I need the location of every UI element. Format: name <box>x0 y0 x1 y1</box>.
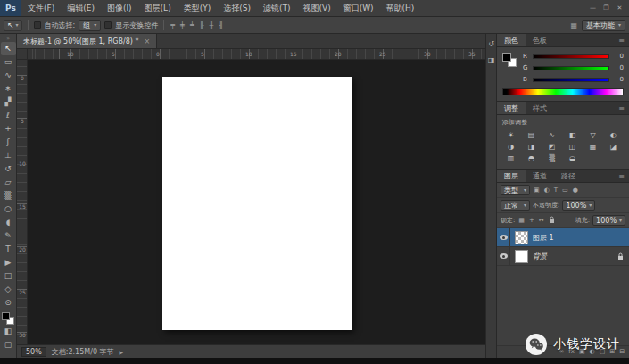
lock-all-icon[interactable] <box>548 216 556 226</box>
opacity-field[interactable]: 100% ▾ <box>562 200 595 211</box>
exposure-icon[interactable]: ◧ <box>562 129 583 141</box>
align-bottom-edges-icon[interactable]: ╧ <box>189 21 195 29</box>
red-value[interactable]: 0 <box>613 53 624 60</box>
tool-preset-dropdown[interactable]: ↖ ▾ <box>4 20 22 31</box>
lock-position-icon[interactable]: ↔ <box>538 218 545 224</box>
green-value[interactable]: 0 <box>613 64 624 71</box>
menu-item-help[interactable]: 帮助(H) <box>380 0 421 16</box>
layer-thumbnail[interactable] <box>515 250 528 263</box>
tab-channels[interactable]: 通道 <box>526 170 554 182</box>
menu-item-view[interactable]: 视图(V) <box>296 0 336 16</box>
tab-styles[interactable]: 样式 <box>526 102 554 114</box>
pen-tool[interactable]: ✎ <box>1 229 16 243</box>
vertical-ruler[interactable]: 0 5 10 15 20 25 30 <box>17 60 28 344</box>
menu-item-type[interactable]: 类型(Y) <box>178 0 218 16</box>
path-selection-tool[interactable]: ▶ <box>1 256 16 269</box>
gradient-map-icon[interactable]: ▒ <box>542 153 562 164</box>
smart-object-filter-icon[interactable]: ● <box>572 187 579 194</box>
foreground-color-swatch[interactable] <box>2 312 10 320</box>
menu-item-filter[interactable]: 滤镜(T) <box>257 0 297 16</box>
tab-paths[interactable]: 路径 <box>554 170 583 182</box>
lock-transparent-pixels-icon[interactable]: ▦ <box>517 218 526 224</box>
blend-mode-dropdown[interactable]: 正常 ▾ <box>501 200 530 211</box>
color-panel-swatches[interactable] <box>502 53 517 67</box>
layer-name[interactable]: 背景 <box>533 252 547 261</box>
horizontal-ruler[interactable]: 10 5 0 5 10 15 20 25 30 35 <box>28 49 485 60</box>
panel-menu-icon[interactable]: ≡ <box>614 170 629 182</box>
auto-select-target-dropdown[interactable]: 组 ▾ <box>79 20 101 31</box>
show-transform-checkbox[interactable] <box>104 21 112 29</box>
layer-filter-type-dropdown[interactable]: 类型 ▾ <box>501 185 530 195</box>
quick-mask-icon[interactable]: ◧ <box>1 325 16 338</box>
layer-row-layer-1[interactable]: 图层 1 <box>497 228 629 247</box>
levels-icon[interactable]: ▤ <box>521 129 542 141</box>
layer-name[interactable]: 图层 1 <box>533 233 554 243</box>
pixel-layer-filter-icon[interactable]: ▣ <box>533 187 541 194</box>
document-canvas[interactable] <box>162 77 352 330</box>
adjustment-layer-filter-icon[interactable]: ◐ <box>543 187 550 194</box>
menu-item-file[interactable]: 文件(F) <box>21 0 61 16</box>
color-balance-icon[interactable]: ◑ <box>501 141 521 153</box>
fill-field[interactable]: 100% ▾ <box>592 215 625 226</box>
blur-tool[interactable]: ○ <box>1 203 16 216</box>
brightness-contrast-icon[interactable]: ☀ <box>501 129 521 141</box>
workspace-switcher-icon[interactable]: ▦ <box>569 21 578 29</box>
restore-button[interactable]: ❐ <box>600 4 612 12</box>
lasso-tool[interactable]: ∿ <box>1 69 16 82</box>
screen-mode-icon[interactable]: ▢ <box>1 338 16 352</box>
crop-tool[interactable]: ▞ <box>1 95 16 109</box>
tab-adjustments[interactable]: 调整 <box>497 102 526 114</box>
align-vertical-centers-icon[interactable]: ╪ <box>179 21 186 29</box>
layer-thumbnail[interactable] <box>515 231 528 244</box>
brush-tool[interactable]: ʃ <box>1 136 16 149</box>
zoom-tool[interactable]: ⊙ <box>1 296 16 310</box>
blue-value[interactable]: 0 <box>613 76 624 83</box>
curves-icon[interactable]: ∿ <box>542 129 562 141</box>
menu-item-layer[interactable]: 图层(L) <box>138 0 178 16</box>
align-left-edges-icon[interactable]: ╟ <box>199 21 205 29</box>
background-lock-icon[interactable] <box>617 252 624 261</box>
rectangular-marquee-tool[interactable]: ▭ <box>1 55 16 69</box>
status-popup-arrow[interactable]: ▶ <box>120 349 124 355</box>
close-button[interactable]: ✕ <box>614 4 625 12</box>
move-tool[interactable]: ↖ <box>1 42 16 55</box>
lock-image-pixels-icon[interactable]: + <box>528 218 535 224</box>
history-brush-tool[interactable]: ↺ <box>1 162 16 176</box>
black-white-icon[interactable]: ◨ <box>521 141 542 153</box>
posterize-icon[interactable]: ▥ <box>501 153 521 164</box>
menu-item-select[interactable]: 选择(S) <box>217 0 257 16</box>
align-horizontal-centers-icon[interactable]: ╫ <box>209 21 215 29</box>
layer-row-background[interactable]: 背景 <box>497 247 629 266</box>
zoom-level-field[interactable]: 50% <box>21 347 46 357</box>
green-slider[interactable] <box>533 66 609 70</box>
invert-icon[interactable]: ◪ <box>603 141 624 153</box>
tab-swatches[interactable]: 色板 <box>526 34 554 46</box>
toolbar-collapse-icon[interactable]: » <box>6 35 10 42</box>
tab-color[interactable]: 颜色 <box>497 34 526 46</box>
gradient-tool[interactable]: ▒ <box>1 189 16 203</box>
red-slider[interactable] <box>533 54 609 59</box>
menu-item-edit[interactable]: 编辑(E) <box>61 0 101 16</box>
align-top-edges-icon[interactable]: ╤ <box>170 21 176 29</box>
auto-select-checkbox[interactable] <box>34 21 41 29</box>
color-spectrum-ramp[interactable] <box>502 88 624 95</box>
dodge-tool[interactable]: ◖ <box>1 216 16 229</box>
collapsed-history-panel-icon[interactable]: ↺ <box>488 41 494 48</box>
channel-mixer-icon[interactable]: ◫ <box>562 141 583 153</box>
clone-stamp-tool[interactable]: ⊥ <box>1 149 16 162</box>
eyedropper-tool[interactable]: ℓ <box>1 109 16 122</box>
visibility-toggle[interactable] <box>497 228 510 246</box>
visibility-toggle[interactable] <box>497 247 510 265</box>
vibrance-icon[interactable]: ▽ <box>583 129 603 141</box>
ruler-origin[interactable] <box>17 49 28 60</box>
eraser-tool[interactable]: ▱ <box>1 176 16 189</box>
hue-saturation-icon[interactable]: ◐ <box>603 129 624 141</box>
selective-color-icon[interactable]: ◒ <box>562 153 583 164</box>
menu-item-window[interactable]: 窗口(W) <box>337 0 380 16</box>
panel-menu-icon[interactable]: ≡ <box>614 34 629 46</box>
type-tool[interactable]: T <box>1 243 16 256</box>
color-lookup-icon[interactable]: ▦ <box>583 141 603 153</box>
close-icon[interactable]: × <box>144 37 150 46</box>
rectangle-tool[interactable]: □ <box>1 269 16 283</box>
quick-selection-tool[interactable]: ∗ <box>1 82 16 95</box>
